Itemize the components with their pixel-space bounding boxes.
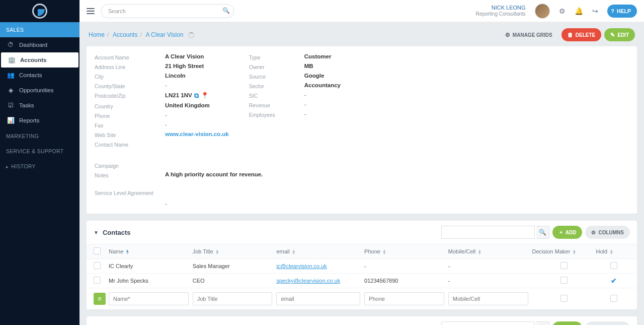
nav-label: Reports <box>19 117 39 123</box>
label: COLUMNS <box>598 230 624 235</box>
contact-new-row: ≡ <box>87 288 637 309</box>
global-search: 🔍 <box>101 4 234 18</box>
label-phone: Phone <box>95 112 155 119</box>
label-country: Country <box>95 102 155 109</box>
postcode-text: LN21 1NV <box>165 92 192 98</box>
search-icon[interactable]: 🔍 <box>222 7 230 14</box>
manage-grids-button[interactable]: ⚙MANAGE GRIDS <box>499 28 558 41</box>
nav-item-reports[interactable]: 📊Reports <box>0 113 79 128</box>
avatar[interactable] <box>535 4 550 19</box>
label: MANAGE GRIDS <box>513 32 552 38</box>
contacts-columns-button[interactable]: ⚙COLUMNS <box>585 226 630 239</box>
label: EDIT <box>617 32 629 38</box>
nav-section-history[interactable]: HISTORY <box>0 158 79 173</box>
tasks-columns-button[interactable]: ⚙COLUMNS <box>585 321 630 325</box>
cell-phone: - <box>364 263 448 269</box>
nav-section-service[interactable]: SERVICE & SUPPORT <box>0 143 79 158</box>
decision-checkbox[interactable] <box>560 277 568 284</box>
label-sic: SIC <box>249 92 294 99</box>
nav-item-contacts[interactable]: 👥Contacts <box>0 68 79 83</box>
collapse-icon[interactable]: ▼ <box>94 230 99 235</box>
nav-label: Contacts <box>19 72 42 78</box>
hold-checkbox[interactable] <box>610 262 617 269</box>
settings-icon[interactable]: ⚙ <box>559 7 566 15</box>
col-name[interactable]: Name▲▼ <box>109 248 193 254</box>
breadcrumb-bar: Home/ Accounts/ A Clear Vision ⚙MANAGE G… <box>87 22 637 46</box>
user-subtitle: Reporting Consultants <box>476 11 526 17</box>
hold-check-icon[interactable]: ✔ <box>611 277 617 285</box>
logout-icon[interactable]: ↪ <box>592 7 598 15</box>
value-type: Customer <box>304 53 341 60</box>
content-scroll[interactable]: Home/ Accounts/ A Clear Vision ⚙MANAGE G… <box>79 22 644 325</box>
value-sic: - <box>304 92 341 99</box>
new-decision-checkbox[interactable] <box>560 295 568 302</box>
label-owner: Owner <box>249 63 294 70</box>
new-phone-input[interactable] <box>364 292 444 305</box>
col-email[interactable]: email▲▼ <box>276 248 364 254</box>
cell-email[interactable]: ic@clearvision.co.uk <box>276 263 327 269</box>
cell-jobtitle: Sales Manager <box>193 263 277 269</box>
value-country: United Kingdom <box>165 102 229 109</box>
user-info[interactable]: NICK LEONG Reporting Consultants <box>476 5 526 17</box>
value-owner: MB <box>304 63 341 70</box>
nav-item-tasks[interactable]: ☑Tasks <box>0 98 79 113</box>
row-checkbox[interactable] <box>94 277 101 284</box>
col-hold[interactable]: Hold▲▼ <box>596 248 632 254</box>
tasks-add-button[interactable]: ＋ADD <box>552 321 583 325</box>
contacts-add-button[interactable]: ＋ADD <box>552 226 583 239</box>
new-email-input[interactable] <box>276 292 360 305</box>
new-name-input[interactable] <box>109 292 189 305</box>
nav-section-marketing[interactable]: MARKETING <box>0 128 79 143</box>
account-details-card: Account NameA Clear Vision Address Line2… <box>87 46 637 214</box>
cell-name: Mr John Specks <box>109 278 193 284</box>
label: ADD <box>566 230 577 235</box>
help-icon: ? <box>611 8 614 14</box>
col-decision[interactable]: Decision Maker▲▼ <box>532 248 596 254</box>
contacts-title: Contacts <box>103 229 131 236</box>
value-contact-name <box>165 141 229 148</box>
menu-toggle[interactable] <box>87 8 95 14</box>
nav-item-opportunities[interactable]: ◈Opportunities <box>0 83 79 98</box>
trash-icon: 🗑 <box>568 32 573 38</box>
tasks-search-input[interactable] <box>441 321 535 325</box>
nav-item-accounts[interactable]: 🏢Accounts <box>1 52 78 68</box>
contacts-search-button[interactable]: 🔍 <box>536 226 549 239</box>
new-row-handle-icon[interactable]: ≡ <box>94 293 106 305</box>
decision-checkbox[interactable] <box>560 262 568 269</box>
col-mobile[interactable]: Mobile/Cell▲▼ <box>448 248 532 254</box>
tasks-search-button[interactable]: 🔍 <box>536 321 549 325</box>
topbar: 🔍 NICK LEONG Reporting Consultants ⚙ 🔔 ↪… <box>79 0 644 22</box>
breadcrumb-accounts[interactable]: Accounts <box>113 31 137 38</box>
value-sector: Accountancy <box>304 82 341 89</box>
notifications-icon[interactable]: 🔔 <box>575 7 583 15</box>
nav-label: Opportunities <box>19 87 53 93</box>
label-type: Type <box>249 53 294 60</box>
label-sector: Sector <box>249 82 294 89</box>
help-button[interactable]: ?HELP <box>607 5 637 18</box>
nav-section-sales[interactable]: SALES <box>0 22 79 37</box>
value-address: 21 High Street <box>165 63 229 70</box>
row-checkbox[interactable] <box>94 262 101 269</box>
new-mobile-input[interactable] <box>448 292 528 305</box>
new-hold-checkbox[interactable] <box>610 295 617 302</box>
col-jobtitle[interactable]: Job Title▲▼ <box>193 248 277 254</box>
cell-email[interactable]: specky@clearvision.co.uk <box>276 278 340 284</box>
value-sla: - <box>165 201 629 207</box>
breadcrumb-home[interactable]: Home <box>89 31 105 38</box>
contact-row[interactable]: Mr John Specks CEO specky@clearvision.co… <box>87 274 637 288</box>
help-label: HELP <box>617 8 631 14</box>
col-phone[interactable]: Phone▲▼ <box>364 248 448 254</box>
nav-item-dashboard[interactable]: ⏱Dashboard <box>0 37 79 52</box>
delete-button[interactable]: 🗑DELETE <box>561 28 601 41</box>
edit-button[interactable]: ✎EDIT <box>604 28 635 41</box>
cell-mobile: - <box>448 263 532 269</box>
search-input[interactable] <box>101 4 234 18</box>
nav-label: Dashboard <box>19 42 47 48</box>
select-all-checkbox[interactable] <box>94 247 101 254</box>
value-website[interactable]: www.clear-vision.co.uk <box>165 131 229 138</box>
copy-icon[interactable]: ⧉ <box>194 92 199 100</box>
contacts-search-input[interactable] <box>441 226 535 239</box>
map-pin-icon[interactable]: 📍 <box>201 92 209 100</box>
contact-row[interactable]: IC Clearly Sales Manager ic@clearvision.… <box>87 259 637 274</box>
new-jobtitle-input[interactable] <box>193 292 273 305</box>
